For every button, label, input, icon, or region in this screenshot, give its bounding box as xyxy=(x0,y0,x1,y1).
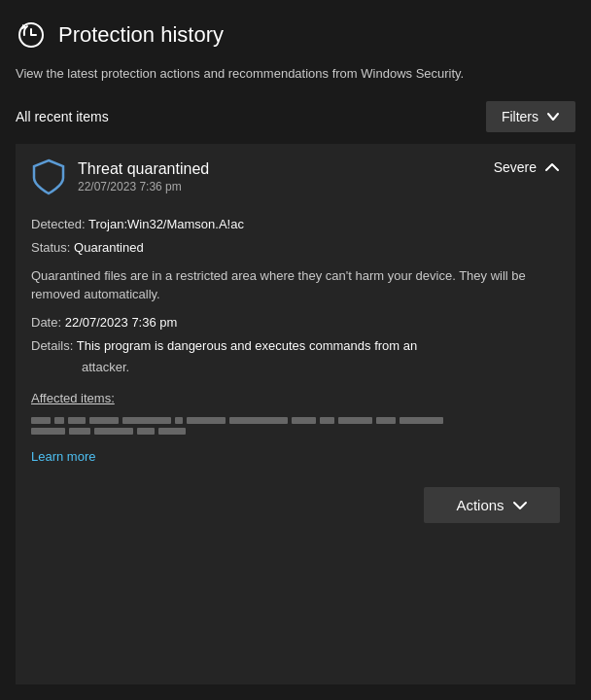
path-seg xyxy=(338,417,372,424)
card-header-left: Threat quarantined 22/07/2023 7:36 pm xyxy=(31,159,209,194)
status-value: Quarantined xyxy=(74,240,144,255)
header-row: Protection history xyxy=(16,19,575,51)
card-title: Threat quarantined xyxy=(78,160,209,178)
card-header: Threat quarantined 22/07/2023 7:36 pm Se… xyxy=(31,159,560,194)
filters-label: Filters xyxy=(502,109,539,124)
chevron-up-icon xyxy=(544,159,560,175)
detected-label: Detected: xyxy=(31,217,86,231)
status-row: Status: Quarantined xyxy=(31,237,560,259)
path-row-2 xyxy=(31,428,560,435)
quarantine-description: Quarantined files are in a restricted ar… xyxy=(31,266,560,304)
detected-value: Trojan:Win32/Mamson.A!ac xyxy=(88,217,244,231)
filters-button[interactable]: Filters xyxy=(486,101,575,132)
page-container: Protection history View the latest prote… xyxy=(0,0,591,700)
path-seg xyxy=(31,428,65,435)
threat-card: Threat quarantined 22/07/2023 7:36 pm Se… xyxy=(16,144,575,685)
all-recent-label: All recent items xyxy=(16,109,109,124)
card-title-block: Threat quarantined 22/07/2023 7:36 pm xyxy=(78,160,209,193)
actions-label: Actions xyxy=(456,497,504,513)
severity-container[interactable]: Severe xyxy=(494,159,560,175)
card-date: 22/07/2023 7:36 pm xyxy=(78,180,209,193)
status-label: Status: xyxy=(31,240,70,255)
history-icon xyxy=(16,19,47,51)
path-seg xyxy=(320,417,334,424)
toolbar-row: All recent items Filters xyxy=(16,101,575,132)
date-value: 22/07/2023 7:36 pm xyxy=(65,315,178,330)
path-seg xyxy=(122,417,171,424)
path-seg xyxy=(158,428,186,435)
severity-label: Severe xyxy=(494,159,537,175)
details-block: Details: This program is dangerous and e… xyxy=(31,335,560,378)
page-title: Protection history xyxy=(58,22,224,48)
date-label: Date: xyxy=(31,315,61,330)
details-value2: attacker. xyxy=(82,357,560,378)
card-body: Detected: Trojan:Win32/Mamson.A!ac Statu… xyxy=(31,214,560,480)
learn-more-link[interactable]: Learn more xyxy=(31,446,95,468)
path-seg xyxy=(292,417,316,424)
date-row: Date: 22/07/2023 7:36 pm xyxy=(31,312,560,333)
actions-button[interactable]: Actions xyxy=(424,487,560,523)
path-seg xyxy=(89,417,119,424)
details-value1: This program is dangerous and executes c… xyxy=(77,338,417,353)
path-seg xyxy=(400,417,443,424)
path-seg xyxy=(175,417,183,424)
path-seg xyxy=(54,417,64,424)
page-subtitle: View the latest protection actions and r… xyxy=(16,64,575,84)
path-seg xyxy=(94,428,133,435)
path-seg xyxy=(31,417,51,424)
card-footer: Actions xyxy=(31,479,560,523)
affected-items-paths xyxy=(31,417,560,435)
chevron-down-icon xyxy=(546,110,560,123)
details-label: Details: xyxy=(31,338,73,353)
detected-row: Detected: Trojan:Win32/Mamson.A!ac xyxy=(31,214,560,235)
path-seg xyxy=(69,428,90,435)
path-seg xyxy=(187,417,226,424)
actions-chevron-down-icon xyxy=(512,498,528,513)
affected-items-label: Affected items: xyxy=(31,388,560,409)
path-seg xyxy=(137,428,155,435)
path-seg xyxy=(376,417,396,424)
shield-icon xyxy=(31,159,66,194)
path-seg xyxy=(229,417,288,424)
path-row-1 xyxy=(31,417,560,424)
path-seg xyxy=(68,417,86,424)
